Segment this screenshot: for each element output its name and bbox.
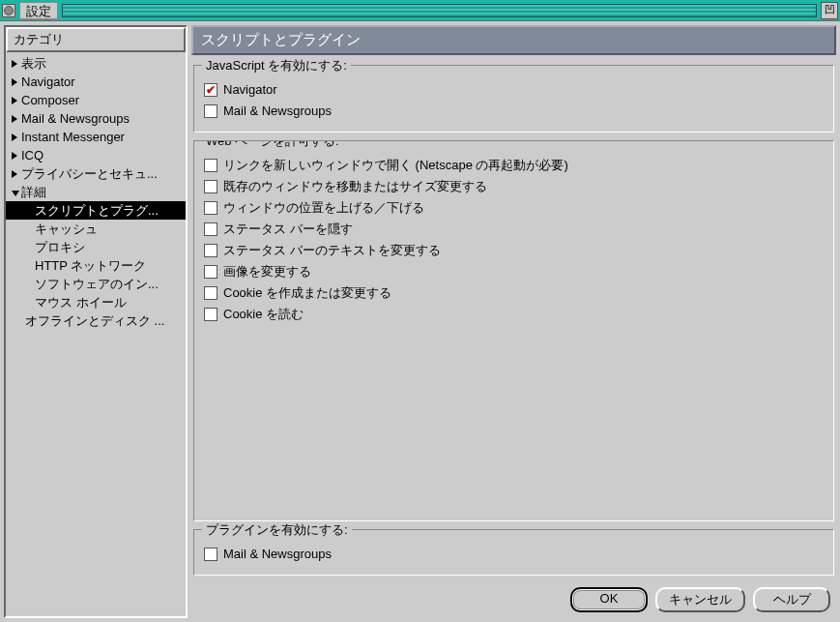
group-enable-javascript: JavaScript を有効にする: NavigatorMail & Newsg… (193, 65, 834, 133)
checkbox[interactable] (204, 104, 217, 118)
checkbox[interactable] (204, 244, 217, 257)
checkbox-row: ステータス バーのテキストを変更する (204, 240, 824, 261)
triangle-right-icon[interactable] (12, 60, 17, 68)
checkbox-row: Cookie を読む (204, 304, 824, 325)
group-title: JavaScript を有効にする: (202, 57, 351, 74)
group-title: Web ページを許可する: (202, 140, 343, 150)
checkbox-label: Mail & Newsgroups (223, 103, 332, 120)
sidebar-item[interactable]: ソフトウェアのイン... (6, 275, 186, 293)
checkbox[interactable] (204, 201, 217, 215)
checkbox[interactable] (204, 222, 217, 236)
triangle-right-icon[interactable] (12, 97, 17, 104)
sidebar-item-label: Mail & Newsgroups (21, 110, 130, 127)
group-allow-webpages: Web ページを許可する: リンクを新しいウィンドウで開く (Netscape … (193, 140, 834, 521)
help-button[interactable]: ヘルプ (753, 587, 830, 612)
checkbox-label: ステータス バーのテキストを変更する (223, 242, 441, 259)
triangle-right-icon[interactable] (12, 133, 17, 141)
category-tree[interactable]: 表示NavigatorComposerMail & NewsgroupsInst… (6, 52, 186, 616)
triangle-right-icon[interactable] (12, 170, 17, 178)
sidebar-item[interactable]: ICQ (6, 146, 186, 164)
sidebar-item-label: スクリプトとプラグ... (35, 202, 159, 219)
checkbox-row: Mail & Newsgroups (204, 101, 824, 122)
sidebar-item-label: HTTP ネットワーク (35, 257, 146, 274)
sidebar-item[interactable]: Navigator (6, 73, 186, 91)
checkbox[interactable] (204, 265, 217, 279)
checkbox-row: ウィンドウの位置を上げる／下げる (204, 197, 824, 219)
sidebar-item[interactable]: Mail & Newsgroups (6, 109, 186, 128)
sidebar-item[interactable]: 表示 (6, 54, 186, 73)
group-enable-plugins: プラグインを有効にする: Mail & Newsgroups (193, 529, 834, 576)
sidebar-item-label: 詳細 (21, 184, 46, 200)
panel-body: JavaScript を有効にする: NavigatorMail & Newsg… (191, 61, 836, 578)
sidebar-item[interactable]: プロキシ (6, 238, 186, 256)
sidebar-item-label: マウス ホイール (35, 294, 127, 311)
checkbox-row: ステータス バーを隠す (204, 219, 824, 240)
sidebar-item-label: オフラインとディスク ... (25, 312, 164, 329)
triangle-right-icon[interactable] (12, 115, 17, 123)
checkbox-label: 既存のウィンドウを移動またはサイズ変更する (223, 178, 487, 195)
checkbox-row: 画像を変更する (204, 261, 824, 282)
sidebar-item[interactable]: Instant Messenger (6, 128, 186, 146)
sidebar-item-label: Instant Messenger (21, 129, 125, 145)
sidebar-item[interactable]: HTTP ネットワーク (6, 256, 186, 275)
window-menu-icon[interactable] (2, 4, 15, 17)
content-area: カテゴリ 表示NavigatorComposerMail & Newsgroup… (0, 21, 840, 622)
sidebar-item-label: Navigator (21, 74, 75, 90)
sidebar-item[interactable]: キャッシュ (6, 220, 186, 238)
cancel-button[interactable]: キャンセル (655, 587, 745, 612)
triangle-down-icon[interactable] (12, 191, 19, 196)
titlebar: 設定 凹 (0, 0, 840, 21)
checkbox-row: Mail & Newsgroups (204, 544, 824, 565)
sidebar-item-label: ICQ (21, 147, 43, 163)
settings-window: 設定 凹 カテゴリ 表示NavigatorComposerMail & News… (0, 0, 840, 622)
checkbox-label: ステータス バーを隠す (223, 221, 353, 238)
checkbox-label: Mail & Newsgroups (223, 546, 332, 563)
checkbox-row: Navigator (204, 79, 824, 101)
sidebar-header: カテゴリ (6, 27, 186, 52)
checkbox-label: Navigator (223, 81, 277, 99)
sidebar-item-label: プロキシ (35, 239, 85, 255)
checkbox[interactable] (204, 159, 217, 172)
window-control-icon[interactable]: 凹 (821, 2, 838, 19)
checkbox[interactable] (204, 180, 217, 193)
checkbox-row: 既存のウィンドウを移動またはサイズ変更する (204, 176, 824, 197)
checkbox-label: 画像を変更する (223, 263, 311, 281)
sidebar-item-label: ソフトウェアのイン... (35, 276, 159, 292)
window-title: 設定 (19, 2, 58, 19)
main-panel: スクリプトとプラグイン JavaScript を有効にする: Navigator… (191, 25, 836, 618)
checkbox-row: Cookie を作成または変更する (204, 282, 824, 304)
triangle-right-icon[interactable] (12, 78, 17, 86)
sidebar-item[interactable]: オフラインとディスク ... (6, 311, 186, 330)
dialog-buttons: OK キャンセル ヘルプ (191, 583, 836, 618)
checkbox[interactable] (204, 308, 217, 321)
sidebar-item[interactable]: 詳細 (6, 183, 186, 201)
checkbox-label: Cookie を読む (223, 306, 304, 323)
sidebar-item[interactable]: プライバシーとセキュ... (6, 164, 186, 183)
checkbox-label: Cookie を作成または変更する (223, 284, 391, 302)
sidebar-item-label: Composer (21, 92, 79, 108)
ok-button[interactable]: OK (570, 587, 648, 612)
panel-title: スクリプトとプラグイン (191, 25, 836, 55)
sidebar-item[interactable]: Composer (6, 91, 186, 109)
sidebar-item-label: 表示 (21, 55, 46, 72)
checkbox[interactable] (204, 286, 217, 300)
group-title: プラグインを有効にする: (202, 521, 352, 539)
sidebar-item-label: キャッシュ (35, 221, 98, 237)
checkbox-row: リンクを新しいウィンドウで開く (Netscape の再起動が必要) (204, 155, 824, 176)
sidebar-item-label: プライバシーとセキュ... (21, 165, 158, 182)
category-sidebar: カテゴリ 表示NavigatorComposerMail & Newsgroup… (4, 25, 188, 618)
checkbox-label: ウィンドウの位置を上げる／下げる (223, 199, 424, 217)
checkbox-label: リンクを新しいウィンドウで開く (Netscape の再起動が必要) (223, 157, 568, 174)
checkbox[interactable] (204, 83, 217, 97)
sidebar-item[interactable]: スクリプトとプラグ... (6, 201, 186, 220)
sidebar-item[interactable]: マウス ホイール (6, 293, 186, 311)
titlebar-drag[interactable] (62, 4, 817, 17)
triangle-right-icon[interactable] (12, 152, 17, 160)
checkbox[interactable] (204, 548, 217, 561)
